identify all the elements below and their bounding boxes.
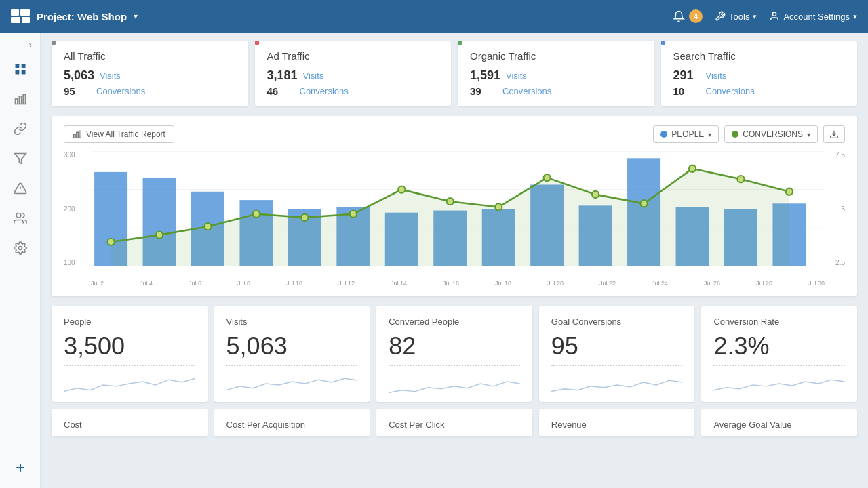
svg-rect-21: [79, 131, 81, 138]
goal-card: Goal Conversions 95: [539, 306, 695, 402]
svg-point-44: [204, 223, 211, 230]
svg-rect-9: [15, 99, 17, 104]
organic-visits-num: 1,591: [470, 68, 500, 83]
bottom-cards-row: Cost Cost Per Acquisition Cost Per Click…: [52, 409, 857, 436]
nav-left: Project: Web Shop ▾: [11, 9, 138, 23]
sidebar-item-settings[interactable]: [5, 235, 35, 262]
download-icon: [829, 129, 839, 139]
all-conv-label: Conversions: [96, 86, 145, 96]
all-visits-label: Visits: [100, 70, 121, 81]
account-label: Account Settings: [783, 12, 850, 22]
toggle-icon[interactable]: ›: [28, 39, 32, 50]
conversions-dot: [732, 131, 738, 138]
svg-rect-8: [21, 70, 25, 75]
svg-rect-2: [11, 17, 20, 23]
notification-badge: 4: [689, 9, 703, 23]
svg-marker-12: [14, 154, 26, 164]
people-dot: [660, 131, 667, 138]
download-button[interactable]: [823, 125, 845, 143]
view-all-traffic-button[interactable]: View All Traffic Report: [64, 125, 174, 143]
ad-conv-label: Conversions: [300, 86, 349, 96]
svg-point-4: [773, 12, 776, 16]
organic-traffic-title: Organic Traffic: [470, 50, 642, 62]
y-axis-left: 300 200 100: [64, 151, 87, 266]
notification-area[interactable]: 4: [673, 9, 703, 23]
svg-point-49: [447, 198, 454, 205]
sidebar-item-add[interactable]: [5, 454, 35, 481]
people-chevron: ▾: [708, 131, 711, 138]
stat-cards-row: People 3,500 Visits 5,063 Converte: [52, 306, 857, 402]
warning-icon: [14, 182, 27, 195]
rate-card: Conversion Rate 2.3%: [701, 306, 857, 402]
agv-title: Average Goal Value: [713, 420, 845, 430]
bar-chart-icon: [14, 92, 27, 106]
chart-controls: PEOPLE ▾ CONVERSIONS ▾: [653, 125, 845, 143]
settings-icon: [14, 241, 27, 255]
svg-rect-7: [15, 70, 19, 75]
traffic-card-ad: Ad Traffic 3,181 Visits 46 Conversions: [255, 41, 452, 106]
visits-card: Visits 5,063: [214, 306, 370, 402]
svg-rect-6: [21, 64, 25, 68]
chart-section: View All Traffic Report PEOPLE ▾ CONVERS…: [52, 116, 857, 296]
people-value: 3,500: [64, 332, 195, 366]
sidebar-item-users[interactable]: [5, 205, 35, 232]
sidebar-item-dashboard[interactable]: [5, 56, 35, 83]
cpc-title: Cost Per Click: [389, 420, 520, 430]
converted-card: Converted People 82: [376, 306, 532, 402]
y-axis-right: 7.5 5 2.5: [828, 151, 845, 266]
svg-point-56: [786, 188, 793, 195]
ad-visits-num: 3,181: [267, 68, 298, 83]
ad-conv-num: 46: [267, 85, 294, 97]
sidebar-item-warnings[interactable]: [5, 175, 35, 202]
chart-bar-icon: [73, 129, 82, 139]
organic-visits-label: Visits: [506, 70, 527, 81]
sidebar-item-analytics[interactable]: [5, 85, 35, 113]
sidebar-toggle[interactable]: ›: [0, 39, 40, 50]
chart-canvas: [91, 151, 825, 266]
project-title[interactable]: Project: Web Shop: [37, 11, 127, 22]
x-axis-labels: Jul 2 Jul 4 Jul 6 Jul 8 Jul 10 Jul 12 Ju…: [91, 270, 825, 287]
users-icon: [14, 211, 27, 225]
svg-rect-5: [15, 64, 19, 68]
main-layout: › All Traffic: [0, 33, 868, 488]
svg-rect-3: [22, 17, 30, 23]
sidebar: ›: [0, 33, 41, 488]
project-chevron[interactable]: ▾: [134, 12, 138, 21]
traffic-card-organic: Organic Traffic 1,591 Visits 39 Conversi…: [458, 41, 654, 106]
people-sparkline: [64, 371, 195, 395]
add-icon: [14, 461, 27, 474]
visits-value: 5,063: [226, 332, 358, 366]
svg-point-43: [156, 231, 163, 238]
nav-right: 4 Tools ▾ Account Settings ▾: [673, 9, 857, 23]
svg-point-46: [301, 214, 308, 221]
ad-visits-label: Visits: [303, 70, 324, 81]
sidebar-item-links[interactable]: [5, 115, 35, 142]
all-traffic-title: All Traffic: [64, 50, 236, 62]
converted-title: Converted People: [389, 317, 520, 327]
rate-value: 2.3%: [713, 332, 845, 366]
revenue-card: Revenue: [539, 409, 695, 436]
search-visits-num: 291: [673, 68, 701, 83]
cpc-card: Cost Per Click: [376, 409, 532, 436]
svg-point-15: [16, 214, 21, 218]
cost-title: Cost: [64, 420, 195, 430]
tools-button[interactable]: Tools ▾: [715, 11, 757, 22]
people-dropdown[interactable]: PEOPLE ▾: [653, 125, 719, 143]
svg-point-42: [107, 239, 114, 245]
chart-area: 300 200 100 7.5 5 2.5: [64, 151, 845, 287]
svg-point-51: [544, 174, 551, 181]
account-button[interactable]: Account Settings ▾: [769, 11, 857, 22]
chart-header: View All Traffic Report PEOPLE ▾ CONVERS…: [64, 125, 845, 143]
svg-point-50: [495, 203, 502, 210]
people-card: People 3,500: [52, 306, 208, 402]
svg-rect-11: [23, 94, 25, 104]
grid-icon: [14, 62, 27, 76]
sidebar-item-filter[interactable]: [5, 145, 35, 172]
conversions-dropdown[interactable]: CONVERSIONS ▾: [724, 125, 818, 143]
converted-sparkline: [389, 371, 520, 395]
people-label: PEOPLE: [671, 129, 704, 139]
traffic-card-all: All Traffic 5,063 Visits 95 Conversions: [52, 41, 248, 106]
tools-chevron: ▾: [753, 12, 757, 21]
svg-point-45: [253, 211, 260, 218]
conversions-chevron: ▾: [807, 131, 810, 138]
